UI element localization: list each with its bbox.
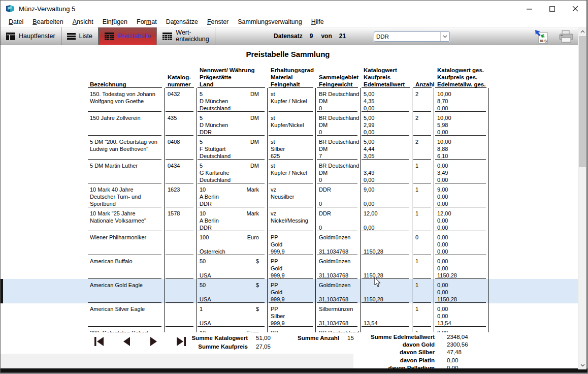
column-header-bezeichnung: Bezeichnung bbox=[87, 66, 165, 88]
cell-line: vz bbox=[271, 210, 313, 217]
collection-filter-select[interactable]: DDR bbox=[374, 32, 450, 42]
cell-line: PP bbox=[271, 282, 313, 289]
toolbar-button-hauptfenster[interactable]: Hauptfenster bbox=[1, 27, 61, 45]
breakdown-label: davon Gold bbox=[325, 341, 435, 348]
cell-line: Goldmünzen bbox=[319, 234, 358, 241]
cell-line: BR Deutschland bbox=[319, 138, 358, 145]
last-record-button[interactable] bbox=[176, 336, 187, 347]
menu-item-sammlungsverwaltung[interactable]: Sammlungsverwaltung bbox=[233, 17, 306, 26]
cell-nennwert-land: 10MarkA BerlinDDR bbox=[197, 183, 268, 207]
cell-katalogwert: 5,002,990,00 bbox=[361, 112, 412, 136]
menu-item-datei[interactable]: Datei bbox=[4, 17, 28, 26]
toolbar-button-preistabelle[interactable]: Preistabelle bbox=[99, 27, 157, 45]
cell-line: 2 bbox=[415, 90, 432, 98]
sum-katalogwert-value: 51,00 bbox=[248, 335, 271, 341]
cell-line: st bbox=[271, 90, 313, 98]
cell-line: 31,1034768 bbox=[319, 320, 358, 327]
cell-line bbox=[364, 329, 410, 332]
toolbar-button-wertentwicklung[interactable]: Wert- entwicklung bbox=[157, 27, 215, 45]
cell-line: 3,49 bbox=[364, 169, 410, 176]
waehrung: Mark bbox=[247, 186, 259, 193]
cell-line bbox=[271, 224, 313, 231]
menu-item-format[interactable]: Format bbox=[132, 17, 161, 26]
cell-line: 1 bbox=[415, 210, 432, 217]
close-button[interactable] bbox=[564, 1, 586, 17]
cell-katalognummer bbox=[165, 255, 197, 279]
table-row[interactable]: 150. Todestag von Johann Wolfgang von Go… bbox=[87, 88, 489, 112]
cell-line: 0,00 bbox=[437, 234, 486, 241]
cell-katalogwert: 1150,28 bbox=[361, 255, 412, 279]
cell-erhaltung-material: stKupfer/Nickel bbox=[268, 112, 316, 136]
breakdown-value: 0,00 bbox=[435, 357, 458, 363]
cell-anzahl: 0 bbox=[412, 231, 434, 255]
toolbar-button-liste[interactable]: Liste bbox=[61, 27, 99, 45]
scroll-down-arrow[interactable] bbox=[578, 361, 586, 369]
cell-line: USA bbox=[200, 320, 265, 327]
cell-line: 0,00 bbox=[364, 105, 410, 112]
xls-export-icon: XLS bbox=[534, 29, 549, 44]
menu-item-ansicht[interactable]: Ansicht bbox=[68, 17, 98, 26]
waehrung: Euro bbox=[247, 329, 259, 332]
breakdown-value: 2348,04 bbox=[435, 334, 468, 340]
cell-line bbox=[319, 313, 358, 320]
scroll-up-arrow[interactable] bbox=[578, 27, 586, 36]
coin-name: 150 Jahre Zollverein bbox=[90, 114, 162, 121]
maximize-button[interactable] bbox=[541, 1, 564, 17]
export-xls-button[interactable]: XLS bbox=[533, 29, 551, 44]
cell-line: 0,00 bbox=[437, 200, 486, 207]
cell-line bbox=[364, 265, 410, 272]
cell-line: Deutschland bbox=[200, 176, 265, 183]
first-record-button[interactable] bbox=[93, 336, 105, 347]
next-record-button[interactable] bbox=[148, 336, 159, 347]
table-row[interactable]: Wiener Philharmoniker 100Euro Österreich… bbox=[87, 231, 489, 255]
table-row[interactable]: 10 Mark 40 Jahre Deutscher Turn- und Spo… bbox=[87, 183, 489, 207]
table-row[interactable]: 150 Jahre Zollverein4355DMD MünchenDDRst… bbox=[87, 112, 489, 136]
cell-line bbox=[271, 200, 313, 207]
cell-line: 0,00 bbox=[437, 282, 486, 289]
table-row[interactable]: 5 DM Martin Luther04345DMG KarlsruheDeut… bbox=[87, 160, 489, 183]
table-row[interactable]: 200. Geburtstag Robert 10Euro PP BR Deut… bbox=[87, 327, 489, 332]
print-button[interactable] bbox=[557, 29, 575, 44]
cell-anzahl: 1 bbox=[412, 207, 434, 231]
cell-line bbox=[364, 289, 410, 296]
cell-sammelgebiet: Goldmünzen 31,1034768 bbox=[316, 231, 361, 255]
cell-line: 2,99 bbox=[364, 121, 410, 129]
window-bottom-edge bbox=[1, 368, 587, 372]
menu-item-einfgen[interactable]: Einfügen bbox=[98, 17, 132, 26]
table-row[interactable]: American Silver Eagle 1$ USAPPSilber999,… bbox=[87, 303, 489, 327]
column-header-line bbox=[90, 74, 165, 81]
cell-line bbox=[364, 305, 410, 313]
waehrung: $ bbox=[256, 282, 259, 289]
previous-record-button[interactable] bbox=[121, 336, 132, 347]
column-header-line bbox=[90, 67, 165, 74]
menu-item-hilfe[interactable]: Hilfe bbox=[307, 17, 329, 26]
cell-line: 0,00 bbox=[437, 241, 486, 248]
cell-erhaltung-material: stKupfer / Nickel bbox=[268, 88, 316, 112]
menu-item-fenster[interactable]: Fenster bbox=[203, 17, 233, 26]
cell-line: DDR bbox=[200, 200, 265, 207]
minimize-button[interactable] bbox=[518, 1, 541, 17]
cell-line: 0434 bbox=[168, 162, 194, 169]
column-header-line: Katalogwert ges. bbox=[437, 67, 489, 74]
menu-item-datenstze[interactable]: Datensätze bbox=[161, 17, 203, 26]
cell-line: 1150,28 bbox=[364, 272, 410, 279]
metal-value-breakdown: Summe Edelmetallwert2348,04davon Gold230… bbox=[325, 333, 468, 372]
column-header-line: Nennwert/ Währung bbox=[200, 67, 268, 74]
scrollbar-thumb[interactable] bbox=[579, 36, 586, 167]
cell-line: 1 bbox=[415, 329, 432, 332]
cell-anzahl: 1 bbox=[412, 279, 434, 303]
cell-line: Gold bbox=[271, 265, 313, 272]
vertical-scrollbar[interactable] bbox=[578, 27, 586, 369]
cell-line: 9,00 bbox=[437, 186, 486, 193]
table-row[interactable]: American Buffalo 50$ USAPPGold999,9Goldm… bbox=[87, 255, 489, 279]
cell-bezeichnung: 5 DM "200. Geburtstag von Ludwig van Bee… bbox=[87, 136, 165, 160]
menu-item-bearbeiten[interactable]: Bearbeiten bbox=[28, 17, 68, 26]
column-header-nennwert: Nennwert/ WährungPrägestätteLand bbox=[197, 66, 268, 88]
table-row[interactable]: 5 DM "200. Geburtstag von Ludwig van Bee… bbox=[87, 136, 489, 160]
table-row[interactable]: American Gold Eagle 50$ USAPPGold999,9Go… bbox=[87, 279, 489, 303]
coin-name: American Buffalo bbox=[90, 258, 162, 265]
table-row[interactable]: 10 Mark "25 Jahre Nationale Volksarmee"1… bbox=[87, 207, 489, 231]
cell-line: 0,00 bbox=[437, 129, 486, 136]
cell-erhaltung-material: vzNeusilber bbox=[268, 183, 316, 207]
waehrung: $ bbox=[256, 258, 259, 265]
